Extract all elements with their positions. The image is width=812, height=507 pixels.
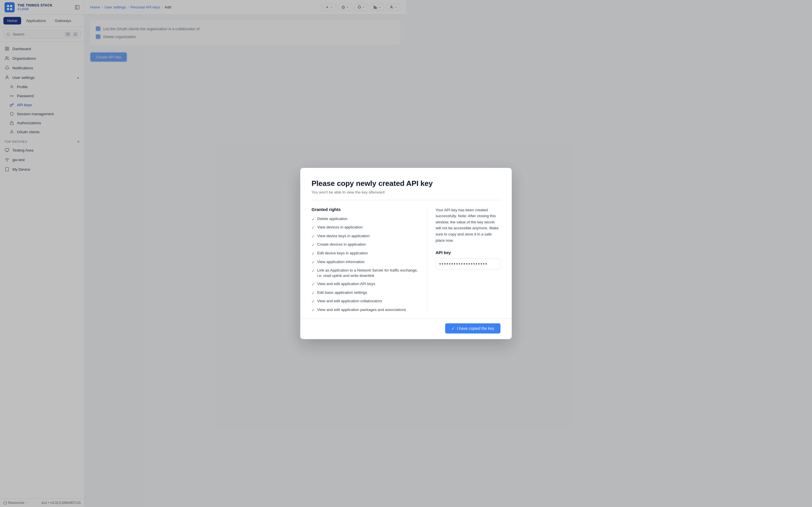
modal-divider: [312, 200, 406, 200]
rights-label-1: View devices in application: [317, 225, 363, 230]
rights-item-1: ✓ View devices in application: [312, 225, 406, 231]
modal-body: Please copy newly created API key You wo…: [300, 168, 406, 253]
rights-label-3: Create devices in application: [317, 242, 366, 247]
check-icon-0: ✓: [312, 217, 315, 222]
rights-item-4: ✓ Edit device keys in application: [312, 251, 406, 253]
modal-title: Please copy newly created API key: [312, 179, 406, 188]
rights-label-0: Delete application: [317, 216, 347, 222]
modal-overlay: Please copy newly created API key You wo…: [0, 0, 406, 253]
rights-label-4: Edit device keys in application: [317, 251, 368, 253]
rights-item-2: ✓ View device keys in application: [312, 233, 406, 239]
check-icon-2: ✓: [312, 234, 315, 239]
rights-item-3: ✓ Create devices in application: [312, 242, 406, 248]
rights-label-2: View device keys in application: [317, 233, 370, 239]
modal-columns: Granted rights ✓ Delete application ✓ Vi…: [312, 207, 406, 253]
check-icon-3: ✓: [312, 242, 315, 248]
rights-list: ✓ Delete application ✓ View devices in a…: [312, 216, 406, 253]
modal-left: Granted rights ✓ Delete application ✓ Vi…: [312, 207, 406, 253]
check-icon-1: ✓: [312, 225, 315, 231]
rights-item-0: ✓ Delete application: [312, 216, 406, 222]
modal: Please copy newly created API key You wo…: [300, 168, 406, 253]
check-icon-4: ✓: [312, 251, 315, 253]
modal-subtitle: You won't be able to view the key afterw…: [312, 190, 406, 194]
granted-rights-title: Granted rights: [312, 207, 406, 212]
